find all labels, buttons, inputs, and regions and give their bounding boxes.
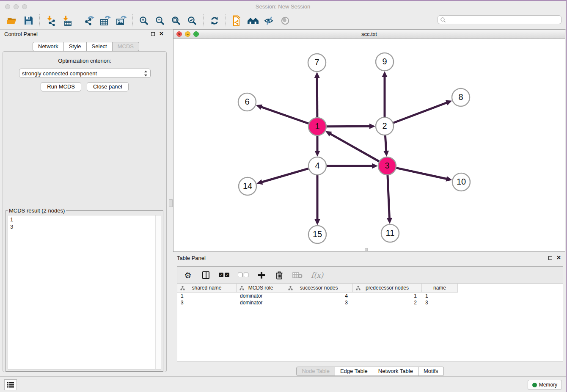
result-scrollbar[interactable] (155, 215, 161, 369)
export-network-button[interactable] (81, 14, 97, 28)
export-image-icon (116, 16, 127, 26)
toolbar-separator (78, 14, 78, 27)
cell-shared-name[interactable]: 3 (177, 299, 237, 306)
graph-node-label: 6 (245, 97, 249, 106)
tab-motifs[interactable]: Motifs (418, 367, 444, 376)
add-column-button[interactable] (257, 270, 266, 281)
zoom-out-button[interactable] (152, 14, 168, 28)
list-icon (7, 381, 14, 388)
tab-select[interactable]: Select (87, 42, 113, 51)
cell-name[interactable]: 1 (422, 293, 458, 299)
zoom-fit-button[interactable] (168, 14, 184, 28)
export-network-icon (84, 16, 95, 26)
hide-selected-button[interactable] (261, 14, 277, 28)
control-panel: Control Panel ✕ NetworkStyleSelectMCDS O… (0, 30, 170, 377)
tab-edge-table[interactable]: Edge Table (335, 367, 373, 376)
float-panel-icon[interactable] (151, 32, 155, 36)
graph-node-label: 10 (457, 177, 466, 186)
task-history-button[interactable] (4, 379, 17, 390)
table-row[interactable]: 3dominator323 (177, 299, 458, 306)
delete-column-button[interactable] (275, 270, 284, 281)
graph-edge[interactable] (327, 126, 370, 127)
deselect-all-columns-button[interactable] (238, 270, 248, 281)
network-window-title: scc.txt (173, 31, 565, 37)
graph-node-label: 7 (314, 58, 319, 67)
show-graphics-details-button[interactable] (277, 14, 293, 28)
close-panel-button[interactable]: Close panel (87, 82, 129, 91)
search-input[interactable] (446, 16, 561, 23)
toggle-panes-button[interactable] (201, 270, 210, 281)
table-toolbar: ⚙ ✓✓ (177, 267, 563, 284)
graph-edge[interactable] (385, 135, 386, 152)
clone-network-button[interactable] (229, 14, 245, 28)
delete-table-button-disabled (292, 270, 303, 281)
cell-successor-nodes[interactable]: 3 (285, 299, 353, 306)
select-all-columns-button[interactable]: ✓✓ (219, 270, 229, 281)
import-table-button[interactable] (59, 14, 75, 28)
graph-edge[interactable] (261, 107, 308, 124)
cell-predecessor-nodes[interactable]: 1 (353, 293, 422, 299)
cell-successor-nodes[interactable]: 4 (285, 293, 353, 299)
column-header-name[interactable]: name (422, 284, 458, 292)
import-network-button[interactable] (43, 14, 59, 28)
graph-edge[interactable] (396, 168, 447, 179)
optimization-criterion-label: Optimization criterion: (3, 58, 166, 64)
zoom-in-button[interactable] (136, 14, 152, 28)
delete-table-icon (292, 272, 303, 279)
memory-button[interactable]: Memory (528, 380, 562, 390)
tab-network[interactable]: Network (33, 42, 64, 51)
close-table-panel-icon[interactable]: ✕ (556, 256, 561, 260)
cell-MCDS-role[interactable]: dominator (237, 299, 285, 306)
column-header-MCDS-role[interactable]: MCDS role (237, 284, 285, 292)
panel-splitter-handle[interactable] (169, 199, 173, 207)
mcds-result-area[interactable]: 1 3 (8, 215, 161, 370)
export-image-button[interactable] (113, 14, 129, 28)
eye-disabled-icon (281, 16, 290, 25)
network-canvas[interactable]: 7968124314101511 (173, 39, 565, 251)
graph-node-label: 11 (386, 228, 395, 237)
fx-icon: f(x) (311, 271, 323, 279)
network-window-titlebar[interactable]: ✕ − + scc.txt (173, 30, 565, 39)
cell-name[interactable]: 3 (422, 299, 458, 306)
table-settings-button[interactable]: ⚙ (183, 270, 193, 281)
column-header-successor-nodes[interactable]: successor nodes (285, 284, 353, 292)
column-header-predecessor-nodes[interactable]: predecessor nodes (353, 284, 422, 292)
graph-edge-arrow (372, 163, 378, 169)
cell-predecessor-nodes[interactable]: 2 (353, 299, 422, 306)
table-row[interactable]: 1dominator411 (177, 293, 458, 299)
column-header-shared-name[interactable]: shared name (177, 284, 237, 292)
graph-edge[interactable] (330, 134, 379, 162)
refresh-button[interactable] (206, 14, 223, 28)
open-file-button[interactable] (4, 14, 20, 28)
import-network-icon (46, 15, 56, 26)
graph-edge[interactable] (388, 175, 390, 219)
tab-style[interactable]: Style (64, 42, 87, 51)
node-table-grid: shared nameMCDS rolesuccessor nodesprede… (177, 284, 563, 362)
tab-network-table[interactable]: Network Table (373, 367, 418, 376)
graph-edge-arrow (383, 151, 389, 157)
canvas-resize-handle[interactable] (365, 248, 368, 251)
tab-node-table[interactable]: Node Table (296, 367, 335, 376)
first-neighbors-button[interactable] (245, 14, 261, 28)
graph-edge[interactable] (317, 77, 317, 117)
graph-edge[interactable] (394, 102, 448, 123)
node-table-container: ⚙ ✓✓ (177, 266, 563, 362)
run-mcds-button[interactable]: Run MCDS (41, 82, 81, 91)
export-table-button[interactable] (97, 14, 113, 28)
graph-node-label: 15 (313, 229, 322, 239)
mcds-result-title: MCDS result (2 nodes) (8, 207, 66, 214)
cell-MCDS-role[interactable]: dominator (237, 293, 285, 299)
gear-icon: ⚙ (184, 271, 191, 280)
graph-node-label: 3 (385, 161, 389, 170)
optimization-criterion-select[interactable]: strongly connected component (19, 69, 151, 78)
graph-edge[interactable] (261, 168, 308, 182)
save-session-button[interactable] (20, 14, 36, 28)
cell-shared-name[interactable]: 1 (177, 293, 237, 299)
selected-criterion: strongly connected component (22, 70, 144, 77)
global-search-field[interactable] (438, 15, 561, 24)
close-panel-icon[interactable]: ✕ (159, 32, 164, 36)
function-builder-button-disabled: f(x) (311, 270, 323, 281)
float-table-panel-icon[interactable] (548, 256, 552, 260)
zoom-selected-button[interactable] (184, 14, 200, 28)
tab-mcds[interactable]: MCDS (113, 42, 139, 51)
